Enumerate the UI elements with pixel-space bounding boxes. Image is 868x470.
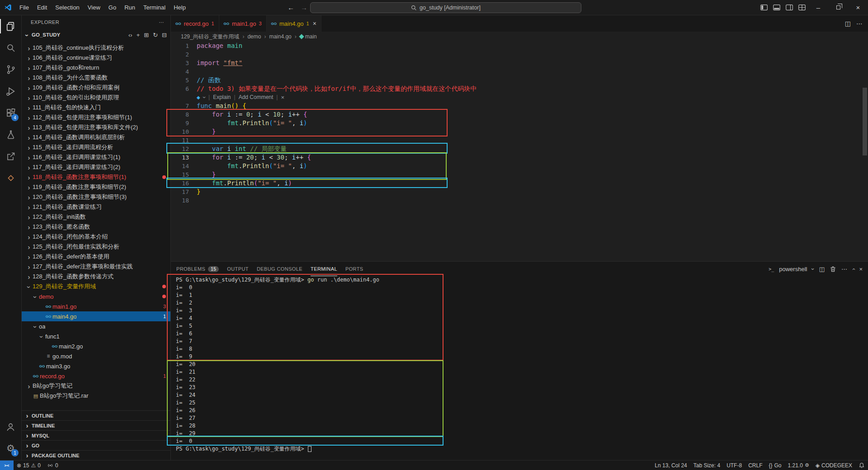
add-comment-button[interactable]: Add Comment (239, 93, 274, 102)
share-icon[interactable] (0, 146, 21, 167)
tree-item[interactable]: ›114_尚硅谷_函数调用机制底层剖析 (22, 132, 170, 142)
menu-terminal[interactable]: Terminal (139, 2, 170, 13)
code-editor[interactable]: 1package main23import "fmt"45// 函数6// to… (171, 42, 868, 261)
tree-item[interactable]: ›117_尚硅谷_递归调用课堂练习(2) (22, 162, 170, 172)
close-panel-icon[interactable]: × (859, 266, 863, 273)
new-file-icon[interactable]: + (137, 32, 140, 38)
language-mode[interactable]: {}Go (765, 461, 784, 470)
forward-icon[interactable]: → (301, 4, 307, 11)
menu-selection[interactable]: Selection (51, 2, 83, 13)
tree-item[interactable]: ›118_尚硅谷_函数注意事项和细节(1) (22, 172, 170, 182)
tree-item[interactable]: ›113_尚硅谷_包使用注意事项和库文件(2) (22, 122, 170, 132)
tree-item[interactable]: ›111_尚硅谷_包的快速入门 (22, 103, 170, 113)
tree-item[interactable]: ›125_尚硅谷_闭包最佳实践和分析 (22, 242, 170, 252)
codegeex-icon[interactable] (0, 167, 21, 189)
source-control-icon[interactable] (0, 59, 21, 80)
sidebar-section-mysql[interactable]: ›MYSQL (22, 430, 170, 440)
tree-item[interactable]: ›B站go学习笔记 (22, 381, 170, 391)
tree-item[interactable]: ›127_尚硅谷_defer注意事项和最佳实践 (22, 262, 170, 272)
menu-view[interactable]: View (84, 2, 104, 13)
tree-item[interactable]: ›demo (22, 291, 170, 301)
shell-dropdown-icon[interactable]: › (810, 268, 816, 270)
close-icon[interactable]: × (281, 93, 284, 102)
panel-tab-output[interactable]: OUTPUT (227, 262, 249, 276)
tree-item[interactable]: ›126_尚硅谷_defer的基本使用 (22, 252, 170, 262)
tree-item[interactable]: ›121_尚硅谷_函数课堂练习 (22, 202, 170, 212)
menu-file[interactable]: File (15, 2, 33, 13)
settings-gear-icon[interactable]: ⚙ 1 (0, 437, 21, 459)
tree-item[interactable]: ▤B站go学习笔记.rar (22, 391, 170, 401)
notifications-bell[interactable] (855, 461, 868, 470)
tree-item[interactable]: GOmain3.go (22, 361, 170, 371)
customize-layout-icon[interactable] (796, 0, 808, 15)
refresh-icon[interactable]: ↻ (153, 32, 158, 38)
tree-item[interactable]: GOmain2.go (22, 341, 170, 351)
tree-item[interactable]: GOmain1.go3 (22, 301, 170, 311)
terminal-output[interactable]: PS G:\task\go_study\129_尚硅谷_变量作用域> go ru… (171, 276, 868, 460)
problems-indicator[interactable]: ⊗15 ⚠0 (14, 461, 44, 470)
tree-item[interactable]: ›107_尚硅谷_goto和return (22, 63, 170, 73)
tree-item[interactable]: GOrecord.go1 (22, 371, 170, 381)
split-editor-icon[interactable]: ◫ (845, 20, 851, 27)
command-center-search[interactable]: go_study [Administrator] (310, 2, 581, 13)
restore-button[interactable] (828, 0, 848, 15)
shell-name[interactable]: powershell (779, 266, 807, 273)
account-icon[interactable] (0, 416, 21, 437)
menu-go[interactable]: Go (104, 2, 120, 13)
tree-item[interactable]: ›112_尚硅谷_包使用注意事项和细节(1) (22, 113, 170, 122)
sidebar-section-go[interactable]: ›GO (22, 440, 170, 450)
extensions-icon[interactable]: 4 (0, 102, 21, 124)
remote-indicator[interactable]: >< (0, 461, 14, 470)
tree-item[interactable]: ›108_尚硅谷_为什么需要函数 (22, 73, 170, 83)
chevron-down-icon[interactable]: › (200, 96, 208, 98)
tree-item[interactable]: ›122_尚硅谷_init函数 (22, 212, 170, 222)
encoding[interactable]: UTF-8 (723, 461, 745, 470)
explain-button[interactable]: Explain (213, 93, 231, 102)
new-folder-icon[interactable]: ⊞ (144, 32, 149, 38)
close-button[interactable]: × (848, 0, 868, 15)
breadcrumb-item[interactable]: 129_尚硅谷_变量作用域 (181, 33, 239, 41)
codegeex-status[interactable]: ◈CODEGEEX (812, 461, 855, 470)
tree-item[interactable]: ›oa (22, 321, 170, 331)
menu-edit[interactable]: Edit (33, 2, 51, 13)
minimize-button[interactable]: – (808, 0, 828, 15)
tree-item[interactable]: ›105_尚硅谷_continue执行流程分析 (22, 43, 170, 53)
back-icon[interactable]: ← (288, 4, 294, 11)
tree-item[interactable]: ›func1 (22, 331, 170, 341)
tree-item[interactable]: ›106_尚硅谷_continue课堂练习 (22, 53, 170, 63)
tree-item[interactable]: ›119_尚硅谷_函数注意事项和细节(2) (22, 182, 170, 192)
tree-item[interactable]: ›124_尚硅谷_闭包的基本介绍 (22, 232, 170, 242)
panel-more-icon[interactable]: ⋯ (841, 266, 847, 273)
tree-item[interactable]: ≡go.mod (22, 351, 170, 361)
close-icon[interactable]: × (313, 20, 316, 27)
breadcrumb-item[interactable]: main4.go (269, 33, 291, 40)
tree-item[interactable]: ›116_尚硅谷_递归调用课堂练习(1) (22, 152, 170, 162)
tree-item[interactable]: ›128_尚硅谷_函数参数传递方式 (22, 272, 170, 282)
collapse-all-icon[interactable]: ⊟ (162, 32, 167, 38)
go-version[interactable]: 1.21.0⚙ (785, 461, 812, 470)
panel-tab-terminal[interactable]: TERMINAL (311, 262, 337, 276)
trash-icon[interactable] (830, 266, 836, 273)
sidebar-section-outline[interactable]: ›OUTLINE (22, 410, 170, 420)
indentation[interactable]: Tab Size: 4 (690, 461, 723, 470)
eol-indicator[interactable]: CRLF (745, 461, 765, 470)
panel-tab-ports[interactable]: PORTS (345, 262, 363, 276)
toggle-secondary-sidebar-icon[interactable] (783, 0, 796, 15)
tab-record.go[interactable]: GOrecord.go1 (171, 15, 219, 32)
testing-icon[interactable] (0, 124, 21, 146)
toggle-sidebar-icon[interactable] (758, 0, 770, 15)
explorer-section-header[interactable]: › GO_STUDY ‹› + ⊞ ↻ ⊟ (22, 29, 170, 41)
sidebar-more-icon[interactable]: ⋯ (159, 19, 164, 25)
editor-scrollbar[interactable] (863, 88, 867, 155)
editor-more-icon[interactable]: ⋯ (856, 20, 863, 27)
breadcrumb-item[interactable]: demo (247, 33, 261, 40)
tree-item[interactable]: ›120_尚硅谷_函数注意事项和细节(3) (22, 192, 170, 202)
search-sidebar-icon[interactable] (0, 37, 21, 59)
breadcrumb-item[interactable]: main (300, 33, 317, 40)
go-tools-icon[interactable]: ‹› (128, 32, 132, 38)
explorer-icon[interactable] (0, 15, 21, 37)
split-terminal-icon[interactable]: ◫ (819, 266, 825, 273)
run-debug-icon[interactable] (0, 80, 21, 102)
ports-indicator[interactable]: 0 (44, 461, 61, 470)
tree-item[interactable]: ›110_尚硅谷_包的引出和使用原理 (22, 93, 170, 103)
